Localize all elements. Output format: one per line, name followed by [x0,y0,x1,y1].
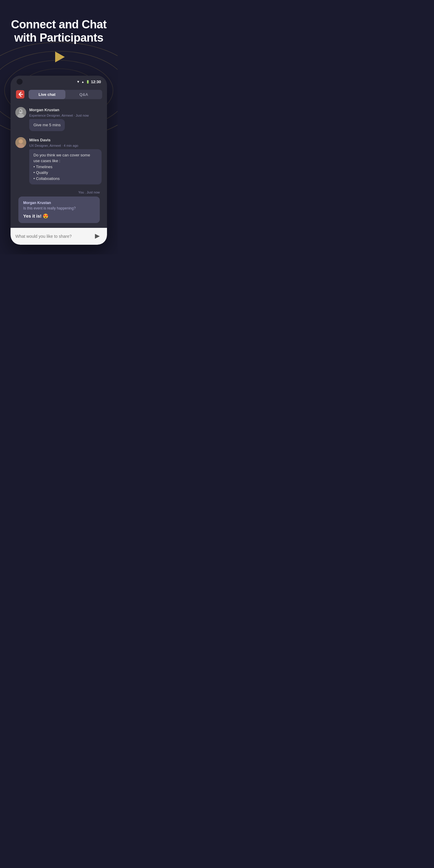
status-time: 12:30 [91,80,101,84]
message-content-1: Morgan Krustan Experience Designer, Airm… [29,107,102,131]
battery-icon: 🔋 [86,80,90,84]
phone-notch [17,79,23,85]
avatar-miles [16,137,26,148]
message-bubble-1: Give me 5 mins [29,119,65,131]
sender-meta-1: Experience Designer, Airmeet · Just now [29,114,89,117]
tab-group: Live chat Q&A [29,90,102,99]
status-bar: ▼ ▲ 🔋 12:30 [10,76,107,87]
chat-message-2: Miles Davis UX Designer, Airmeet · 4 min… [16,137,102,185]
play-icon-container [9,52,108,62]
back-button[interactable] [16,90,25,99]
tab-qna[interactable]: Q&A [65,90,102,99]
tab-live-chat[interactable]: Live chat [29,90,65,99]
chat-message-1: Morgan Krustan Experience Designer, Airm… [16,107,102,131]
nav-bar: Live chat Q&A [10,87,107,102]
signal-icon: ▲ [82,80,84,84]
message-header-1: Morgan Krustan Experience Designer, Airm… [29,107,102,118]
page-wrapper: Connect and Chat with Participants ▼ ▲ 🔋… [0,0,118,254]
reply-text: Yes it is! 😍 [23,213,95,219]
sender-name-2: Miles Davis [29,138,51,142]
reply-bubble: Morgan Krustan Is this event is really h… [19,196,100,223]
svg-point-15 [19,139,23,144]
send-arrow-icon [95,234,100,239]
phone-mockup: ▼ ▲ 🔋 12:30 Live chat Q&A [10,76,107,245]
chat-input[interactable] [16,234,90,239]
sender-name-1: Morgan Krustan [29,107,59,112]
input-area [10,228,107,245]
message-bubble-2: Do you think we can cover some use cases… [29,149,101,185]
reply-quoted: Is this event is really happening? [23,206,95,210]
chat-area: Morgan Krustan Experience Designer, Airm… [10,102,107,228]
avatar-morgan [16,107,26,118]
message-header-2: Miles Davis UX Designer, Airmeet · 4 min… [29,137,102,148]
hero-title: Connect and Chat with Participants [9,18,108,44]
send-button[interactable] [93,231,102,241]
message-content-2: Miles Davis UX Designer, Airmeet · 4 min… [29,137,102,185]
wifi-icon: ▼ [76,80,80,84]
status-bar-right: ▼ ▲ 🔋 12:30 [76,80,101,84]
play-icon [55,52,65,62]
you-meta: You . Just now [16,190,102,194]
hero-section: Connect and Chat with Participants [0,0,118,68]
sender-meta-2: UX Designer, Airmeet · 4 min ago [29,144,79,147]
reply-mention: Morgan Krustan [23,201,95,205]
